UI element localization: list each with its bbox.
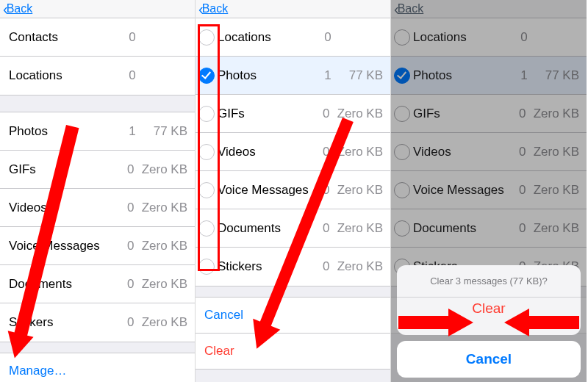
- row-size: Zero KB: [142, 315, 195, 330]
- row-label: Voice Messages: [9, 239, 120, 253]
- row-label: GIFs: [9, 162, 120, 177]
- row-count: 0: [315, 145, 337, 159]
- info-list: Contacts0Locations0: [0, 18, 195, 96]
- row-count: 0: [315, 107, 337, 121]
- media-list: Photos177 KBGIFs0Zero KBVideos0Zero KBVo…: [0, 112, 195, 342]
- row-label: Voice Messages: [218, 183, 315, 198]
- row-count: 1: [317, 68, 339, 83]
- row-count: 0: [315, 221, 337, 236]
- row-size: Zero KB: [142, 277, 195, 292]
- row-label: Videos: [9, 201, 120, 215]
- row-label: Stickers: [9, 315, 120, 330]
- action-sheet-card: Clear 3 messages (77 KB)? Clear: [397, 265, 581, 335]
- circle-icon: [198, 29, 215, 46]
- list-row[interactable]: Contacts0: [0, 18, 195, 57]
- row-label: Photos: [218, 68, 317, 83]
- row-size: Zero KB: [337, 221, 390, 236]
- row-count: 0: [120, 239, 142, 253]
- list-row[interactable]: Videos0Zero KB: [196, 133, 390, 171]
- list-row[interactable]: Voice Messages0Zero KB: [0, 227, 195, 265]
- row-label: Videos: [218, 145, 315, 159]
- circle-icon: [198, 220, 215, 237]
- row-count: 0: [315, 259, 337, 274]
- select-toggle[interactable]: [196, 259, 218, 275]
- row-label: Photos: [9, 124, 121, 139]
- panel-2-manage-selection: ‹ Back Locations0Photos177 KBGIFs0Zero K…: [196, 0, 391, 382]
- circle-icon: [198, 144, 215, 160]
- row-label: Stickers: [218, 259, 315, 274]
- list-row[interactable]: Locations0: [0, 57, 195, 95]
- list-row[interactable]: GIFs0Zero KB: [196, 95, 390, 133]
- select-toggle[interactable]: [196, 144, 218, 160]
- back-button[interactable]: Back: [7, 2, 33, 15]
- select-toggle[interactable]: [196, 220, 218, 237]
- list-row[interactable]: Locations0: [196, 18, 390, 57]
- row-count: 0: [120, 162, 142, 177]
- select-toggle[interactable]: [196, 182, 218, 198]
- section-gap: [0, 96, 195, 112]
- list-row[interactable]: Photos177 KB: [0, 112, 195, 151]
- action-sheet-clear-button[interactable]: Clear: [397, 297, 581, 335]
- action-sheet: Clear 3 messages (77 KB)? Clear Cancel: [397, 265, 581, 378]
- row-size: Zero KB: [337, 107, 390, 121]
- row-size: Zero KB: [142, 162, 195, 177]
- row-size: Zero KB: [337, 259, 390, 274]
- selectable-media-list: Locations0Photos177 KBGIFs0Zero KBVideos…: [196, 18, 390, 286]
- nav-bar: ‹ Back: [0, 0, 195, 18]
- row-size: Zero KB: [142, 239, 195, 253]
- panel-3-confirm-sheet: ‹ Back Locations0Photos177 KBGIFs0Zero K…: [391, 0, 587, 382]
- clear-button[interactable]: Clear: [196, 334, 390, 369]
- list-row[interactable]: GIFs0Zero KB: [0, 151, 195, 189]
- circle-icon: [198, 182, 215, 198]
- row-size: Zero KB: [142, 201, 195, 215]
- list-row[interactable]: Documents0Zero KB: [0, 265, 195, 303]
- circle-icon: [198, 106, 215, 122]
- row-label: Locations: [9, 68, 121, 83]
- nav-bar: ‹ Back: [196, 0, 390, 18]
- list-row[interactable]: Videos0Zero KB: [0, 189, 195, 227]
- list-row[interactable]: Stickers0Zero KB: [196, 248, 390, 286]
- row-size: 77 KB: [339, 68, 390, 83]
- row-label: Contacts: [9, 30, 121, 45]
- list-row[interactable]: Stickers0Zero KB: [0, 303, 195, 342]
- circle-icon: [198, 259, 215, 275]
- checkmark-circle-icon: [198, 68, 215, 84]
- select-toggle[interactable]: [196, 29, 218, 46]
- back-button[interactable]: Back: [202, 2, 229, 15]
- row-label: Documents: [9, 277, 120, 292]
- row-label: Locations: [218, 30, 317, 45]
- select-toggle[interactable]: [196, 106, 218, 122]
- row-count: 1: [121, 124, 143, 139]
- action-sheet-cancel-button[interactable]: Cancel: [397, 341, 581, 378]
- row-count: 0: [315, 183, 337, 198]
- manage-button[interactable]: Manage…: [0, 353, 195, 382]
- panel-1-storage-overview: ‹ Back Contacts0Locations0 Photos177 KBG…: [0, 0, 196, 382]
- row-size: Zero KB: [337, 145, 390, 159]
- row-count: 0: [121, 30, 143, 45]
- row-count: 0: [120, 277, 142, 292]
- row-count: 0: [121, 68, 143, 83]
- cancel-button[interactable]: Cancel: [196, 298, 390, 333]
- list-row[interactable]: Documents0Zero KB: [196, 209, 390, 248]
- row-label: Documents: [218, 221, 315, 236]
- list-row[interactable]: Photos177 KB: [196, 57, 390, 95]
- list-row[interactable]: Voice Messages0Zero KB: [196, 171, 390, 209]
- row-count: 0: [317, 30, 339, 45]
- footer-actions: Manage…: [0, 353, 195, 382]
- row-size: Zero KB: [337, 183, 390, 198]
- row-count: 0: [120, 315, 142, 330]
- row-label: GIFs: [218, 107, 315, 121]
- row-size: 77 KB: [143, 124, 195, 139]
- row-count: 0: [120, 201, 142, 215]
- select-toggle[interactable]: [196, 68, 218, 84]
- action-sheet-message: Clear 3 messages (77 KB)?: [397, 265, 581, 297]
- footer-actions: Cancel Clear: [196, 297, 390, 370]
